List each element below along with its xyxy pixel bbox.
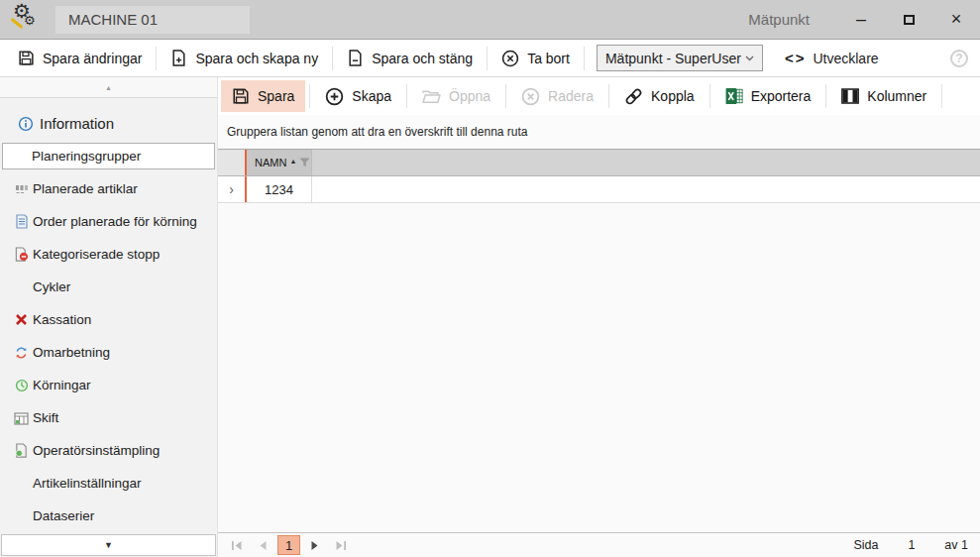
rework-icon: [13, 345, 30, 361]
sidebar-item-kategoriserade-stopp[interactable]: Kategoriserade stopp: [0, 238, 217, 271]
link-button[interactable]: Koppla: [613, 80, 706, 113]
sidebar-item-artikelinstallningar[interactable]: Artikelinställningar: [0, 467, 217, 500]
columns-button[interactable]: Kolumner: [830, 81, 937, 111]
shift-icon: [13, 410, 30, 426]
table-row[interactable]: › 1234: [218, 176, 980, 203]
toolbar-divider: [332, 47, 333, 70]
developer-button[interactable]: <> Utvecklare: [785, 50, 879, 66]
grid-header-filler: [312, 150, 980, 175]
window-title: Mätpunkt: [748, 11, 810, 28]
sidebar: ▲ Information Planeringsgrupper Planerad…: [0, 77, 218, 557]
window-controls: – ×: [837, 0, 980, 39]
sidebar-item-label: Körningar: [33, 378, 91, 392]
toolbar-divider: [825, 84, 826, 108]
toolbar-divider: [584, 47, 585, 70]
sidebar-item-operatorsinstampling[interactable]: Operatörsinstämpling: [0, 434, 217, 467]
sidebar-item-korningar[interactable]: Körningar: [0, 369, 217, 401]
current-page-button[interactable]: 1: [277, 535, 300, 555]
export-label: Exportera: [751, 88, 812, 104]
role-dropdown-value: Mätpunkt - SuperUser: [605, 51, 741, 66]
open-button: Öppna: [411, 81, 501, 112]
sidebar-item-dataserier[interactable]: Dataserier: [0, 500, 217, 532]
save-and-new-icon: [170, 50, 187, 66]
sidebar-item-label: Artikelinställningar: [33, 476, 142, 491]
first-page-button: [226, 536, 248, 555]
maximize-icon: [904, 15, 915, 25]
save-and-new-label: Spara och skapa ny: [195, 51, 318, 66]
save-changes-label: Spara ändringar: [43, 51, 142, 66]
delete-button: Radera: [510, 80, 604, 113]
save-and-close-button[interactable]: Spara och stäng: [337, 44, 483, 72]
expander-column-header: [218, 150, 245, 175]
sidebar-scroll-up-button[interactable]: ▲: [0, 77, 217, 98]
grid-header: NAMN ▲: [218, 149, 980, 176]
developer-label: Utvecklare: [813, 51, 878, 66]
sidebar-scroll-down-button[interactable]: ▼: [1, 534, 216, 556]
sort-asc-icon: ▲: [289, 158, 296, 165]
sidebar-item-label: Order planerade för körning: [33, 214, 197, 229]
remove-icon: [501, 50, 519, 67]
row-expander[interactable]: ›: [218, 176, 245, 202]
minimize-button[interactable]: –: [837, 0, 885, 39]
pagination-bar: 1 Sida 1 av 1: [218, 532, 980, 557]
sidebar-item-label: Kassation: [33, 312, 91, 327]
create-label: Skapa: [352, 88, 391, 104]
save-and-close-label: Spara och stäng: [372, 51, 473, 66]
link-label: Koppla: [651, 88, 695, 104]
save-changes-button[interactable]: Spara ändringar: [8, 44, 152, 72]
save-and-close-icon: [347, 50, 364, 66]
sidebar-item-label: Skift: [33, 410, 58, 425]
sidebar-item-label: Planerade artiklar: [33, 181, 138, 196]
sidebar-item-kassation[interactable]: Kassation: [0, 303, 217, 336]
orders-icon: [13, 214, 30, 230]
open-folder-icon: [422, 88, 441, 105]
toolbar-divider: [505, 84, 506, 108]
gear-icon: ⚙: [24, 13, 36, 28]
export-button[interactable]: Exportera: [714, 80, 822, 112]
sidebar-item-cykler[interactable]: Cykler: [0, 271, 217, 303]
funnel-icon[interactable]: [299, 158, 310, 167]
toolbar-divider: [608, 84, 609, 108]
create-button[interactable]: Skapa: [314, 80, 402, 113]
excel-icon: [725, 87, 743, 105]
remove-label: Ta bort: [527, 51, 570, 66]
help-icon[interactable]: ?: [950, 50, 968, 67]
role-dropdown[interactable]: Mätpunkt - SuperUser: [597, 45, 763, 71]
operator-clock-in-icon: [13, 443, 30, 459]
sidebar-item-planeringsgrupper[interactable]: Planeringsgrupper: [2, 143, 215, 169]
sidebar-item-label: Information: [40, 115, 114, 132]
columns-label: Kolumner: [867, 88, 926, 104]
machine-name-field[interactable]: MACHINE 01: [55, 6, 250, 34]
sidebar-item-information[interactable]: Information: [0, 107, 217, 140]
sidebar-item-order-planerade[interactable]: Order planerade för körning: [0, 205, 217, 238]
cell-namn: 1234: [247, 176, 312, 202]
chevron-down-icon: [745, 56, 754, 61]
page-number[interactable]: 1: [908, 538, 915, 552]
close-button[interactable]: ×: [932, 0, 980, 39]
open-label: Öppna: [449, 88, 490, 104]
column-header-namn[interactable]: NAMN ▲: [247, 150, 312, 175]
previous-page-button: [252, 536, 273, 555]
link-icon: [624, 87, 643, 106]
column-label: NAMN: [255, 157, 286, 168]
group-by-hint[interactable]: Gruppera listan genom att dra en överskr…: [218, 115, 980, 149]
sidebar-item-label: Planeringsgrupper: [32, 149, 141, 164]
content-toolbar: Spara Skapa Öppna Radera: [218, 77, 980, 115]
next-page-button[interactable]: [304, 536, 326, 555]
sidebar-item-skift[interactable]: Skift: [0, 401, 217, 434]
sidebar-item-planerade-artiklar[interactable]: Planerade artiklar: [0, 172, 217, 205]
create-icon: [325, 87, 344, 106]
sidebar-item-omarbetning[interactable]: Omarbetning: [0, 336, 217, 369]
last-page-button: [330, 536, 352, 555]
sidebar-item-label: Dataserier: [33, 508, 94, 523]
toolbar-divider: [406, 84, 407, 108]
save-button[interactable]: Spara: [221, 80, 305, 112]
sidebar-item-label: Operatörsinstämpling: [33, 443, 160, 458]
remove-button[interactable]: Ta bort: [491, 44, 580, 73]
save-and-new-button[interactable]: Spara och skapa ny: [161, 44, 328, 72]
sidebar-item-label: Omarbetning: [33, 345, 110, 360]
code-brackets-icon: <>: [785, 50, 807, 66]
toolbar-divider: [487, 47, 488, 70]
maximize-button[interactable]: [885, 0, 932, 39]
page-of-label: av 1: [944, 538, 968, 552]
